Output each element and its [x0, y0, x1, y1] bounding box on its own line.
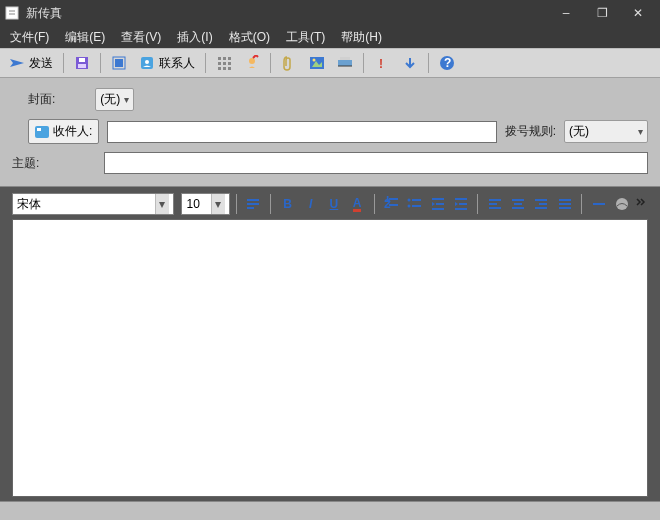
svg-rect-30 — [35, 126, 49, 138]
attach-button[interactable] — [276, 51, 302, 75]
separator — [363, 53, 364, 73]
hr-icon — [591, 196, 607, 212]
scan-button[interactable] — [332, 51, 358, 75]
help-button[interactable]: ? — [434, 51, 460, 75]
menu-file[interactable]: 文件(F) — [4, 27, 55, 48]
svg-rect-46 — [432, 208, 444, 210]
svg-rect-51 — [489, 199, 501, 201]
align-left-icon — [487, 196, 503, 212]
bold-button[interactable]: B — [277, 193, 298, 215]
svg-rect-18 — [223, 67, 226, 70]
picture-button[interactable] — [304, 51, 330, 75]
link-button[interactable] — [611, 193, 632, 215]
contacts-button[interactable]: 联系人 — [134, 51, 200, 76]
send-icon — [9, 55, 25, 71]
dialrule-label: 拨号规则: — [505, 123, 556, 140]
grid-button[interactable] — [211, 51, 237, 75]
send-button[interactable]: 发送 — [4, 51, 58, 76]
recipients-row: 收件人: 拨号规则: (无) ▾ — [12, 119, 648, 144]
italic-button[interactable]: I — [300, 193, 321, 215]
list-number-button[interactable]: 12 — [381, 193, 402, 215]
app-icon — [4, 5, 20, 21]
indent-button[interactable] — [450, 193, 471, 215]
format-toolbar: 宋体 ▾ 10 ▾ B I U A 12 — [12, 193, 648, 215]
priority-button[interactable]: ! — [369, 51, 395, 75]
menu-format[interactable]: 格式(O) — [223, 27, 276, 48]
scan-icon — [337, 55, 353, 71]
titlebar: 新传真 – ❐ ✕ — [0, 0, 660, 26]
save-button[interactable] — [69, 51, 95, 75]
paragraph-button[interactable] — [243, 193, 264, 215]
save-icon — [74, 55, 90, 71]
list-bullet-button[interactable] — [404, 193, 425, 215]
menu-tools[interactable]: 工具(T) — [280, 27, 331, 48]
fontsize-select[interactable]: 10 ▾ — [181, 193, 229, 215]
check-button[interactable] — [239, 51, 265, 75]
svg-rect-34 — [247, 207, 254, 209]
menu-help[interactable]: 帮助(H) — [335, 27, 388, 48]
svg-rect-25 — [340, 57, 350, 60]
svg-rect-62 — [559, 207, 571, 209]
svg-rect-61 — [559, 203, 571, 205]
svg-rect-55 — [514, 203, 522, 205]
editor-body[interactable] — [12, 219, 648, 497]
recipients-button[interactable]: 收件人: — [28, 119, 99, 144]
svg-rect-59 — [535, 207, 547, 209]
align-justify-icon — [557, 196, 573, 212]
align-center-button[interactable] — [508, 193, 529, 215]
recipients-input[interactable] — [107, 121, 496, 143]
svg-rect-5 — [79, 58, 85, 62]
subject-row: 主题: — [12, 152, 648, 174]
cover-label: 封面: — [28, 91, 55, 108]
svg-rect-58 — [539, 203, 547, 205]
align-left-button[interactable] — [484, 193, 505, 215]
fontcolor-button[interactable]: A — [347, 193, 368, 215]
svg-point-10 — [145, 60, 149, 64]
cover-value: (无) — [100, 91, 120, 108]
align-right-button[interactable] — [531, 193, 552, 215]
dialrule-select[interactable]: (无) ▾ — [564, 120, 648, 143]
svg-marker-44 — [432, 202, 435, 206]
svg-rect-49 — [459, 203, 467, 205]
align-justify-button[interactable] — [554, 193, 575, 215]
separator — [63, 53, 64, 73]
svg-rect-12 — [223, 57, 226, 60]
priority-low-button[interactable] — [397, 51, 423, 75]
fontsize: 10 — [186, 197, 199, 211]
cover-row: 封面: (无) ▾ — [12, 88, 648, 111]
font-select[interactable]: 宋体 ▾ — [12, 193, 174, 215]
menubar: 文件(F) 编辑(E) 查看(V) 插入(I) 格式(O) 工具(T) 帮助(H… — [0, 26, 660, 48]
menu-edit[interactable]: 编辑(E) — [59, 27, 111, 48]
outdent-button[interactable] — [427, 193, 448, 215]
indent-icon — [453, 196, 469, 212]
svg-rect-13 — [228, 57, 231, 60]
separator — [477, 194, 478, 214]
underline-button[interactable]: U — [323, 193, 344, 215]
list-number-icon: 12 — [383, 196, 399, 212]
menu-view[interactable]: 查看(V) — [115, 27, 167, 48]
align-right-icon — [533, 196, 549, 212]
subject-input[interactable] — [104, 152, 648, 174]
svg-rect-11 — [218, 57, 221, 60]
svg-rect-16 — [228, 62, 231, 65]
svg-rect-33 — [247, 203, 259, 205]
toolbar-overflow[interactable] — [635, 193, 648, 215]
dropdown-arrow-icon: ▾ — [638, 126, 643, 137]
close-button[interactable]: ✕ — [620, 0, 656, 26]
dropdown-arrow-icon: ▾ — [155, 194, 169, 214]
svg-rect-60 — [559, 199, 571, 201]
separator — [270, 53, 271, 73]
restore-button[interactable]: ❐ — [584, 0, 620, 26]
preview-button[interactable] — [106, 51, 132, 75]
svg-rect-43 — [432, 198, 444, 200]
menu-insert[interactable]: 插入(I) — [171, 27, 218, 48]
svg-rect-32 — [247, 199, 259, 201]
hr-button[interactable] — [588, 193, 609, 215]
align-center-icon — [510, 196, 526, 212]
separator — [205, 53, 206, 73]
main-toolbar: 发送 联系人 ! ? — [0, 48, 660, 78]
grid-icon — [216, 55, 232, 71]
svg-rect-47 — [455, 198, 467, 200]
minimize-button[interactable]: – — [548, 0, 584, 26]
cover-select[interactable]: (无) ▾ — [95, 88, 134, 111]
